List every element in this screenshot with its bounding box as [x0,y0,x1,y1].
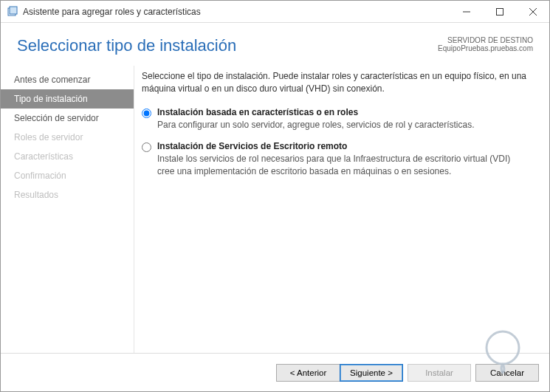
install-option-title: Instalación de Servicios de Escritorio r… [157,141,529,151]
content-intro: Seleccione el tipo de instalación. Puede… [142,70,529,95]
body: Antes de comenzarTipo de instalaciónSele… [1,66,549,353]
footer: < Anterior Siguiente > Instalar Cancelar [1,353,549,391]
sidebar-item-0[interactable]: Antes de comenzar [1,70,134,89]
install-option-1: Instalación de Servicios de Escritorio r… [142,141,529,178]
sidebar-item-4: Características [1,147,134,166]
destination-block: SERVIDOR DE DESTINO EquipoPruebas.prueba… [438,36,533,52]
window-controls [450,1,549,22]
next-button[interactable]: Siguiente > [340,364,403,382]
page-title: Seleccionar tipo de instalación [17,36,236,55]
titlebar: Asistente para agregar roles y caracterí… [1,1,549,23]
app-icon [7,6,18,18]
install-button[interactable]: Instalar [408,364,471,382]
minimize-button[interactable] [450,1,483,22]
install-option-radio-0[interactable] [142,109,151,118]
close-button[interactable] [516,1,549,22]
wizard-window: Asistente para agregar roles y caracterí… [0,0,550,392]
install-option-desc: Instale los servicios de rol necesarios … [157,153,529,178]
nav-button-group: < Anterior Siguiente > [276,364,403,382]
sidebar-item-6: Resultados [1,185,134,204]
sidebar-item-3: Roles de servidor [1,128,134,147]
install-option-0: Instalación basada en características o … [142,107,529,131]
destination-label: SERVIDOR DE DESTINO [438,36,533,44]
header: Seleccionar tipo de instalación SERVIDOR… [1,23,549,66]
content: Seleccione el tipo de instalación. Puede… [134,66,549,353]
sidebar-item-2[interactable]: Selección de servidor [1,109,134,128]
sidebar-item-5: Confirmación [1,166,134,185]
window-title: Asistente para agregar roles y caracterí… [23,7,450,17]
svg-rect-1 [10,7,17,14]
previous-button[interactable]: < Anterior [276,364,340,382]
install-option-title: Instalación basada en características o … [157,107,529,117]
svg-rect-3 [496,8,503,15]
destination-value: EquipoPruebas.pruebas.com [438,44,533,52]
install-option-desc: Para configurar un solo servidor, agregu… [157,119,529,131]
maximize-button[interactable] [483,1,516,22]
sidebar-item-1: Tipo de instalación [1,89,134,109]
sidebar: Antes de comenzarTipo de instalaciónSele… [1,66,134,353]
install-option-radio-1[interactable] [142,142,151,152]
cancel-button[interactable]: Cancelar [475,364,539,382]
